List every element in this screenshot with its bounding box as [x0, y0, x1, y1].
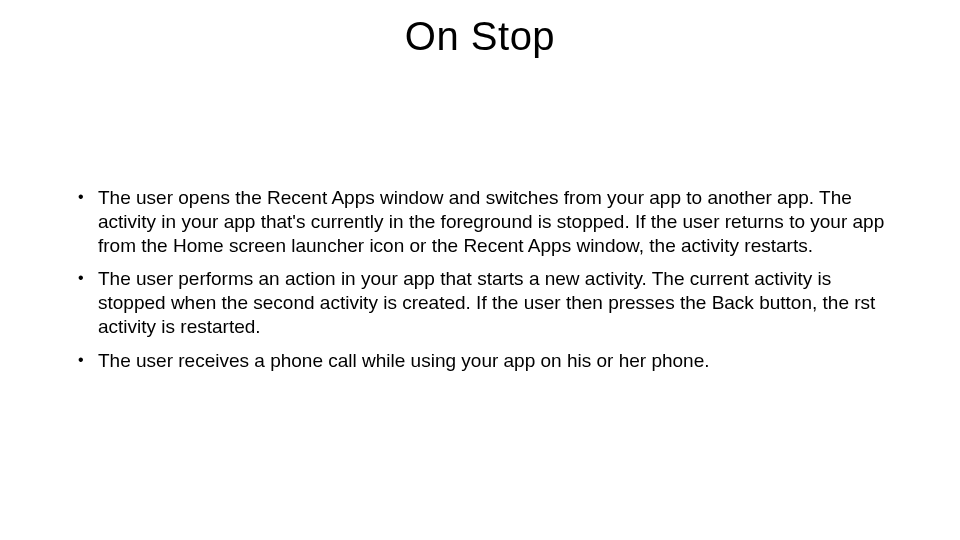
list-item: The user opens the Recent Apps window an…: [70, 186, 890, 257]
list-item: The user performs an action in your app …: [70, 267, 890, 338]
list-item: The user receives a phone call while usi…: [70, 349, 890, 373]
bullet-list: The user opens the Recent Apps window an…: [70, 186, 890, 372]
slide: On Stop The user opens the Recent Apps w…: [0, 0, 960, 540]
slide-body: The user opens the Recent Apps window an…: [70, 186, 890, 382]
slide-title: On Stop: [0, 14, 960, 59]
